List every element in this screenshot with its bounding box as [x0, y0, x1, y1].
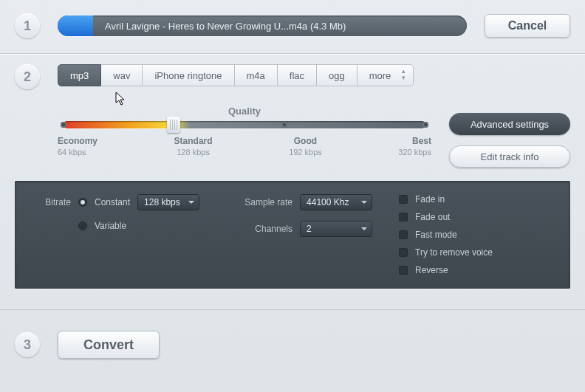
step2-row: 2 mp3 wav iPhone ringtone m4a flac ogg m… — [0, 54, 585, 168]
tab-iphone-ringtone[interactable]: iPhone ringtone — [143, 64, 234, 86]
tab-flac[interactable]: flac — [278, 64, 317, 86]
file-name-label: Avril Lavigne - Heres to Never Growing U… — [105, 21, 346, 32]
fade-out-checkbox[interactable] — [399, 213, 408, 221]
fast-mode-checkbox[interactable] — [399, 230, 408, 239]
tab-ogg[interactable]: ogg — [317, 64, 358, 86]
step2-badge: 2 — [15, 64, 40, 89]
reverse-label: Reverse — [415, 265, 448, 275]
advanced-settings-button[interactable]: Advanced settings — [449, 113, 570, 135]
tab-wav[interactable]: wav — [101, 64, 143, 86]
format-tabs: mp3 wav iPhone ringtone m4a flac ogg mor… — [58, 64, 570, 86]
reverse-checkbox[interactable] — [399, 266, 408, 275]
tab-more[interactable]: more ▴▾ — [358, 64, 414, 86]
quality-good-label: Good — [289, 136, 322, 146]
edit-track-info-button[interactable]: Edit track info — [449, 145, 570, 168]
bitrate-constant-radio[interactable] — [78, 198, 87, 207]
remove-voice-label: Try to remove voice — [415, 247, 493, 258]
quality-good-kbps: 192 kbps — [289, 148, 322, 157]
step3-badge: 3 — [15, 332, 40, 357]
convert-button[interactable]: Convert — [58, 331, 160, 359]
bitrate-select[interactable]: 128 kbps — [137, 194, 199, 210]
bitrate-variable-radio[interactable] — [78, 221, 87, 230]
quality-best-kbps: 320 kbps — [398, 148, 431, 157]
fade-in-checkbox[interactable] — [399, 195, 408, 204]
upload-progress-bar — [58, 16, 93, 36]
step3-row: 3 Convert — [0, 310, 585, 385]
file-progress-pill: Avril Lavigne - Heres to Never Growing U… — [58, 16, 467, 36]
quality-standard-label: Standard — [174, 136, 213, 146]
quality-economy-label: Economy — [58, 136, 98, 146]
quality-best-label: Best — [398, 136, 431, 146]
channels-label: Channels — [226, 224, 292, 234]
fast-mode-label: Fast mode — [415, 230, 457, 240]
quality-economy-kbps: 64 kbps — [58, 148, 98, 157]
step1-badge: 1 — [15, 13, 40, 38]
quality-title: Quality — [58, 106, 431, 117]
fade-out-label: Fade out — [415, 212, 450, 222]
step1-row: 1 Avril Lavigne - Heres to Never Growing… — [0, 0, 585, 54]
advanced-panel: Bitrate Constant 128 kbps Variable Sampl… — [15, 181, 570, 289]
sample-rate-label: Sample rate — [226, 197, 292, 207]
quality-slider-thumb[interactable] — [167, 117, 180, 133]
remove-voice-checkbox[interactable] — [399, 248, 408, 257]
tab-m4a[interactable]: m4a — [235, 64, 278, 86]
bitrate-variable-label: Variable — [95, 221, 126, 231]
sample-rate-select[interactable]: 44100 Khz — [300, 194, 372, 210]
bitrate-constant-label: Constant — [95, 197, 130, 207]
chevrons-icon: ▴▾ — [402, 68, 406, 81]
fade-in-label: Fade in — [415, 194, 445, 204]
channels-select[interactable]: 2 — [300, 221, 372, 237]
bitrate-label: Bitrate — [30, 197, 71, 207]
quality-slider[interactable] — [64, 121, 425, 128]
tab-mp3[interactable]: mp3 — [58, 64, 101, 86]
tab-more-label: more — [369, 70, 391, 81]
quality-standard-kbps: 128 kbps — [174, 148, 213, 157]
cancel-button[interactable]: Cancel — [485, 14, 570, 38]
